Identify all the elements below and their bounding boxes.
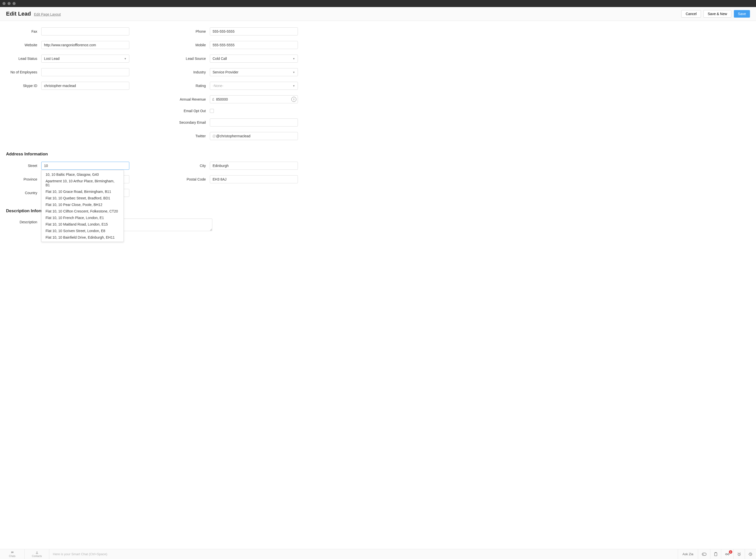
save-and-new-button[interactable]: Save & New	[704, 10, 731, 18]
save-button[interactable]: Save	[734, 10, 750, 18]
alarm-icon[interactable]	[733, 549, 745, 559]
twitter-input[interactable]	[210, 132, 298, 140]
contacts-icon	[35, 551, 39, 555]
at-symbol: @	[212, 134, 216, 138]
chat-icon	[10, 551, 14, 555]
mobile-input[interactable]	[210, 41, 298, 49]
street-label: Street	[6, 164, 41, 168]
street-suggestion-item[interactable]: Apartment 10, 10 Arthur Place, Birmingha…	[42, 178, 124, 188]
street-suggestion-item[interactable]: Flat 10, 10 French Place, London, E1	[42, 215, 124, 221]
clipboard-icon[interactable]	[710, 549, 721, 559]
street-suggestion-item[interactable]: Flat 10, 10 Bainfield Drive, Edinburgh, …	[42, 234, 124, 241]
lead-source-label: Lead Source	[175, 57, 210, 61]
website-input[interactable]	[41, 41, 129, 49]
street-suggestion-item[interactable]: Flat 10, 10 Quebec Street, Bradford, BD1	[42, 195, 124, 201]
smart-chat-input[interactable]: Here is your Smart Chat (Ctrl+Space)	[49, 549, 678, 559]
street-suggestion-item[interactable]: 10, 10 Baltic Place, Glasgow, G40	[42, 171, 124, 178]
gamepad-icon[interactable]	[698, 549, 710, 559]
revenue-input[interactable]	[210, 95, 298, 103]
secondary-email-label: Secondary Email	[175, 120, 210, 125]
address-section-title: Address Information	[6, 152, 750, 157]
cancel-button[interactable]: Cancel	[681, 10, 701, 18]
phone-label: Phone	[175, 29, 210, 33]
description-label: Description	[6, 219, 41, 224]
svg-rect-1	[714, 553, 717, 556]
email-opt-out-checkbox[interactable]	[210, 109, 214, 113]
employees-input[interactable]	[41, 68, 129, 76]
secondary-email-input[interactable]	[210, 118, 298, 127]
employees-label: No of Employees	[6, 70, 41, 74]
postal-label: Postal Code	[175, 177, 210, 181]
country-label: Country	[6, 191, 41, 195]
twitter-label: Twitter	[175, 134, 210, 138]
fax-label: Fax	[6, 29, 41, 33]
window-titlebar	[0, 0, 756, 7]
form-left-column: Fax Website Lead Status Lost Lead ▼ No o…	[6, 27, 129, 140]
industry-value: Service Provider	[213, 70, 238, 74]
street-autocomplete-dropdown: 10, 10 Baltic Place, Glasgow, G40Apartme…	[41, 170, 124, 242]
bottom-bar: Chats Contacts Here is your Smart Chat (…	[0, 549, 756, 559]
contacts-label: Contacts	[32, 555, 42, 558]
optout-label: Email Opt Out	[175, 109, 210, 113]
currency-symbol: £	[212, 97, 214, 101]
revenue-label: Annual Revenue	[175, 97, 210, 101]
street-suggestion-item[interactable]: Flat 10, 10 Pear Close, Poole, BH12	[42, 201, 124, 208]
skype-label: Skype ID	[6, 84, 41, 88]
chevron-down-icon: ▼	[293, 57, 295, 60]
page-header: Edit Lead Edit Page Layout Cancel Save &…	[0, 7, 756, 21]
street-suggestion-item[interactable]: Flat 10, 10 Clifton Crescent, Folkestone…	[42, 208, 124, 215]
lead-source-value: Cold Call	[213, 57, 227, 61]
window-control-close[interactable]	[2, 2, 5, 5]
edit-page-layout-link[interactable]: Edit Page Layout	[34, 12, 61, 16]
postal-input[interactable]	[210, 175, 298, 183]
history-icon[interactable]	[745, 549, 756, 559]
window-control-max[interactable]	[13, 2, 16, 5]
lead-source-select[interactable]: Cold Call ▼	[210, 54, 298, 63]
rating-label: Rating	[175, 84, 210, 88]
ask-zia-button[interactable]: Ask Zia	[678, 549, 698, 559]
street-suggestion-item[interactable]: Flat 10, 10 Grace Road, Birmingham, B11	[42, 188, 124, 195]
contacts-tab[interactable]: Contacts	[25, 549, 49, 559]
chevron-down-icon: ▼	[293, 71, 295, 74]
city-input[interactable]	[210, 162, 298, 170]
chats-label: Chats	[9, 555, 15, 558]
page-title: Edit Lead	[6, 10, 31, 17]
rating-select[interactable]: -None- ▼	[210, 82, 298, 90]
city-label: City	[175, 164, 210, 168]
province-label: Province	[6, 177, 41, 181]
chevron-down-icon: ▼	[293, 85, 295, 87]
industry-label: Industry	[175, 70, 210, 74]
rating-value: -None-	[213, 84, 223, 88]
info-icon[interactable]: i	[291, 97, 296, 102]
lead-status-value: Lost Lead	[44, 57, 60, 61]
notification-badge: 1	[729, 550, 732, 554]
handshake-icon[interactable]: 1	[721, 549, 733, 559]
chevron-down-icon: ▼	[124, 57, 127, 60]
industry-select[interactable]: Service Provider ▼	[210, 68, 298, 76]
form-right-column: Phone Mobile Lead Source Cold Call ▼ Ind…	[175, 27, 298, 140]
lead-status-select[interactable]: Lost Lead ▼	[41, 54, 129, 63]
skype-input[interactable]	[41, 82, 129, 90]
website-label: Website	[6, 43, 41, 47]
street-suggestion-item[interactable]: Flat 10, 10 Maitland Road, London, E15	[42, 221, 124, 228]
fax-input[interactable]	[41, 27, 129, 36]
window-control-min[interactable]	[7, 2, 10, 5]
mobile-label: Mobile	[175, 43, 210, 47]
street-suggestion-item[interactable]: Flat 10, 10 Scriven Street, London, E8	[42, 228, 124, 234]
lead-status-label: Lead Status	[6, 57, 41, 61]
chats-tab[interactable]: Chats	[0, 549, 25, 559]
phone-input[interactable]	[210, 27, 298, 36]
street-input[interactable]	[41, 162, 129, 170]
